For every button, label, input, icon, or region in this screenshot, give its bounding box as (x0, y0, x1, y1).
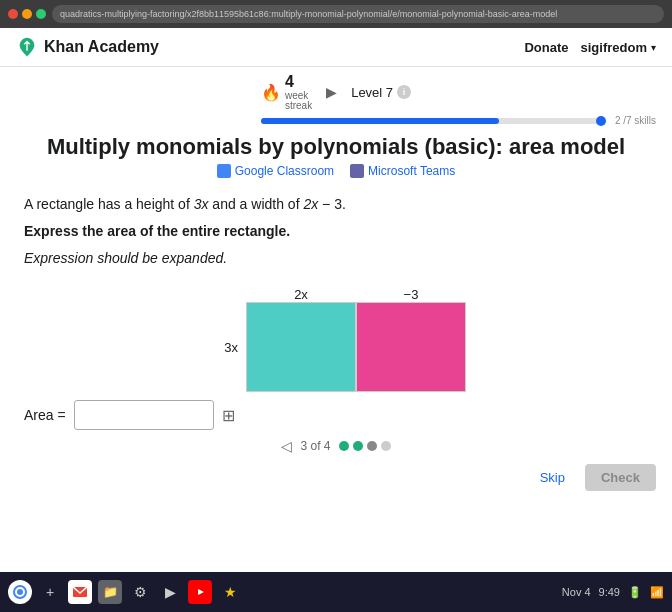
xp-dot (596, 116, 606, 126)
xp-bar-fill (261, 118, 499, 124)
problem-line1: A rectangle has a height of 3x and a wid… (24, 194, 648, 215)
google-classroom-button[interactable]: Google Classroom (217, 164, 334, 178)
progress-dot-1 (339, 441, 349, 451)
wifi-icon: 📶 (650, 586, 664, 599)
level-block: Level 7 i (351, 85, 411, 100)
minimize-dot[interactable] (22, 9, 32, 19)
skip-button[interactable]: Skip (528, 464, 577, 491)
browser-controls (8, 9, 46, 19)
progress-dots (339, 441, 391, 451)
skills-text: 2 /7 skills (615, 115, 656, 126)
ka-logo: Khan Academy (16, 36, 159, 58)
main-content: Khan Academy Donate sigifredom ▾ 🔥 4 wee… (0, 28, 672, 612)
label-3x: 3x (206, 340, 246, 355)
google-icon (217, 164, 231, 178)
streak-icon: 🔥 (261, 83, 281, 102)
streak-number: 4 (285, 73, 294, 90)
youtube-icon[interactable] (188, 580, 212, 604)
microsoft-teams-button[interactable]: Microsoft Teams (350, 164, 455, 178)
action-buttons: Skip Check (0, 460, 672, 495)
ka-logo-text: Khan Academy (44, 38, 159, 56)
area-equals-label: Area = (24, 407, 66, 423)
taskbar-time: 9:49 (599, 586, 620, 598)
problem-area: A rectangle has a height of 3x and a wid… (0, 190, 672, 279)
url-bar[interactable]: quadratics-multiplying-factoring/x2f8bb1… (52, 5, 664, 23)
keyboard-icon[interactable]: ⊞ (222, 406, 235, 425)
ka-header: Khan Academy Donate sigifredom ▾ (0, 28, 672, 67)
check-button[interactable]: Check (585, 464, 656, 491)
battery-icon: 🔋 (628, 586, 642, 599)
ka-logo-icon (16, 36, 38, 58)
diagram-row: 3x (206, 302, 466, 392)
label-neg3: −3 (356, 287, 466, 302)
user-name: sigifredom (581, 40, 647, 55)
taskbar-date: Nov 4 (562, 586, 591, 598)
xp-bar-area: 2 /7 skills (0, 113, 672, 128)
answer-area: Area = ⊞ (24, 400, 648, 430)
settings-icon[interactable]: ⚙ (128, 580, 152, 604)
taskbar-left: + 📁 ⚙ ▶ ★ (8, 580, 242, 604)
teams-label: Microsoft Teams (368, 164, 455, 178)
gmail-icon[interactable] (68, 580, 92, 604)
share-buttons: Google Classroom Microsoft Teams (0, 164, 672, 178)
level-text: Level 7 (351, 85, 393, 100)
progress-dot-4 (381, 441, 391, 451)
bottom-navigation: ◁ 3 of 4 (0, 438, 672, 454)
xp-bar (261, 118, 601, 124)
streak-block: 🔥 4 week streak (261, 73, 312, 111)
google-classroom-label: Google Classroom (235, 164, 334, 178)
area-model-diagram: 2x −3 3x (0, 287, 672, 392)
svg-point-1 (17, 589, 23, 595)
chevron-down-icon: ▾ (651, 42, 656, 53)
rect-teal (246, 302, 356, 392)
teams-icon (350, 164, 364, 178)
label-2x: 2x (246, 287, 356, 302)
progress-dot-2 (353, 441, 363, 451)
problem-line3: Expression should be expanded. (24, 248, 648, 269)
star-icon[interactable]: ★ (218, 580, 242, 604)
url-text: quadratics-multiplying-factoring/x2f8bb1… (60, 9, 557, 19)
maximize-dot[interactable] (36, 9, 46, 19)
svg-marker-3 (198, 589, 204, 595)
nav-back-arrow[interactable]: ◁ (281, 438, 292, 454)
chrome-icon[interactable] (8, 580, 32, 604)
donate-button[interactable]: Donate (524, 40, 568, 55)
exercise-title: Multiply monomials by polynomials (basic… (0, 134, 672, 160)
level-info-icon[interactable]: i (397, 85, 411, 99)
rect-pink (356, 302, 466, 392)
progress-text: 3 of 4 (300, 439, 330, 453)
close-dot[interactable] (8, 9, 18, 19)
files-icon[interactable]: 📁 (98, 580, 122, 604)
answer-input[interactable] (74, 400, 214, 430)
streak-label: streak (285, 101, 312, 111)
progress-dot-3 (367, 441, 377, 451)
media-icon[interactable]: ▶ (158, 580, 182, 604)
ka-header-right: Donate sigifredom ▾ (524, 40, 656, 55)
streak-info: 4 week streak (285, 73, 312, 111)
arrow-right-icon: ▶ (326, 84, 337, 100)
browser-bar: quadratics-multiplying-factoring/x2f8bb1… (0, 0, 672, 28)
diagram-top-labels: 2x −3 (246, 287, 466, 302)
problem-line2: Express the area of the entire rectangle… (24, 221, 648, 242)
plus-icon[interactable]: + (38, 580, 62, 604)
taskbar-right: Nov 4 9:49 🔋 📶 (562, 586, 664, 599)
taskbar: + 📁 ⚙ ▶ ★ Nov 4 9:49 🔋 📶 (0, 572, 672, 612)
user-menu[interactable]: sigifredom ▾ (581, 40, 656, 55)
